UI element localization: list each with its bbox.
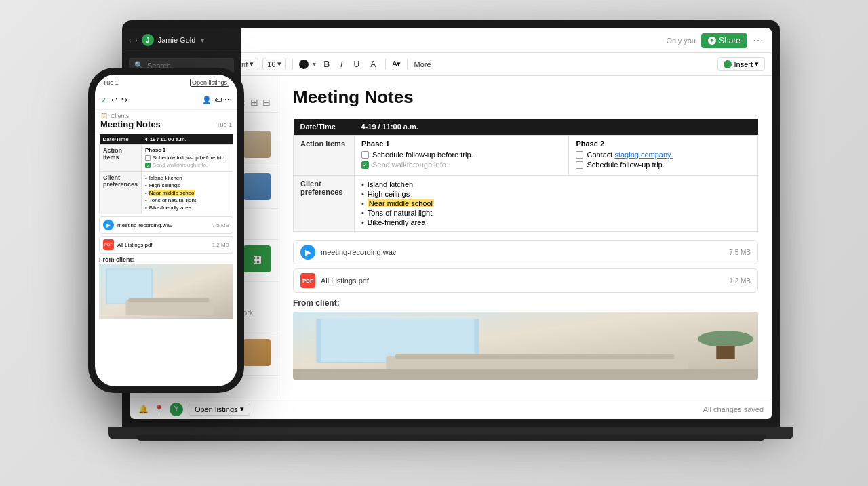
phone-pref-5: Bike-friendly area xyxy=(145,204,229,211)
phase2-header: Phase 2 xyxy=(576,140,751,148)
text-color-btn[interactable]: A▾ xyxy=(392,60,401,68)
forward-arrow[interactable]: › xyxy=(135,37,137,44)
bold-button[interactable]: B xyxy=(320,58,333,70)
phone-breadcrumb: 📋 Clients xyxy=(100,113,232,119)
phase2-item-1-text: Contact staging company. xyxy=(587,150,672,159)
note-main-title: Meeting Notes xyxy=(293,87,758,108)
insert-button[interactable]: + Insert ▾ xyxy=(717,57,765,71)
checkbox-1[interactable] xyxy=(361,151,369,159)
phone-content: Date/Time 4-19 / 11:00 a.m. Action Items… xyxy=(95,131,237,386)
font-chevron: ▾ xyxy=(250,60,254,68)
sidebar-user-name: Jamie Gold xyxy=(158,36,196,44)
user-chevron: ▾ xyxy=(201,37,204,44)
user-avatar: Y xyxy=(170,403,183,416)
phone-pref-3: Near middle school xyxy=(145,189,229,197)
phone-attachment-pdf[interactable]: PDF All Listings.pdf 1.2 MB xyxy=(99,236,233,254)
person-icon: 👤 xyxy=(202,96,212,104)
strikethrough-button[interactable]: A xyxy=(367,58,379,70)
phone-pdf-size: 1.2 MB xyxy=(212,242,229,248)
table-row-action: Action Items Phase 1 Schedule follow-up … xyxy=(294,136,758,176)
open-listings-phone[interactable]: Open listings xyxy=(190,79,229,87)
scene: 📋 🗂 Clients Only you ✦ Share ⋯ xyxy=(0,0,868,486)
note-thumbnail xyxy=(243,173,271,200)
phone-prefs-list: Island kitchen High ceilings Near middle… xyxy=(145,174,229,211)
attachment-wav[interactable]: ▶ meeting-recording.wav 7.5 MB xyxy=(293,240,758,264)
filter-icon[interactable]: ⊞ xyxy=(250,97,258,108)
phone-table: Date/Time 4-19 / 11:00 a.m. Action Items… xyxy=(99,134,233,214)
phone-note-title: Meeting Notes xyxy=(100,119,161,129)
more-dots-icon[interactable]: ⋯ xyxy=(224,96,232,104)
phone-row-prefs: Client preferences Island kitchen High c… xyxy=(100,172,233,214)
svg-rect-12 xyxy=(129,298,210,302)
insert-chevron: ▾ xyxy=(755,60,759,68)
phase1-cell: Phase 1 Schedule follow-up before trip. … xyxy=(355,136,569,176)
user-avatar-sidebar: J xyxy=(142,34,154,46)
attachment-pdf[interactable]: PDF All Listings.pdf 1.2 MB xyxy=(293,268,758,293)
phone-pref-2: High ceilings xyxy=(145,182,229,189)
phone-status-bar: Tue 1 Open listings xyxy=(95,75,237,91)
redo-icon[interactable]: ↪ xyxy=(121,96,127,104)
phone-attachment-wav[interactable]: ▶ meeting-recording.wav 7.5 MB xyxy=(99,216,233,234)
color-picker[interactable] xyxy=(299,60,309,69)
phone-wav-name: meeting-recording.wav xyxy=(117,222,172,228)
pref-item-3: Near middle school xyxy=(361,199,751,208)
laptop-base-bottom xyxy=(136,435,766,441)
phone-check-2-text: Send walkthrough info. xyxy=(153,162,208,168)
phone-pref-1: Island kitchen xyxy=(145,174,229,182)
phone-audio-icon: ▶ xyxy=(103,220,114,230)
phone-action-cell: Phase 1 Schedule follow-up before trip. … xyxy=(142,145,233,172)
phone-phase1-header: Phase 1 xyxy=(145,147,229,153)
note-table: Date/Time 4-19 / 11:00 a.m. Action Items… xyxy=(293,119,758,232)
staging-link[interactable]: staging company. xyxy=(614,150,672,159)
phone-room-svg xyxy=(99,264,233,319)
size-select[interactable]: 16 ▾ xyxy=(262,58,286,70)
divider-2 xyxy=(385,59,386,70)
phone-action-label: Action Items xyxy=(100,145,142,172)
phase1-item-1-text: Schedule follow-up before trip. xyxy=(372,150,473,159)
table-header-time: 4-19 / 11:00 a.m. xyxy=(355,119,758,136)
room-svg xyxy=(293,312,758,380)
checkbox-4[interactable] xyxy=(576,161,583,169)
phase2-item-1: Contact staging company. xyxy=(576,150,751,159)
toolbar-right: 👤 🏷 ⋯ xyxy=(202,96,232,104)
phone-checkbox-1[interactable] xyxy=(145,155,151,161)
phone-device: Tue 1 Open listings ✓ ↩ ↪ 👤 🏷 ⋯ 📋 xyxy=(88,68,244,393)
phone-checkbox-2[interactable]: ✓ xyxy=(145,163,151,168)
action-items-label: Action Items xyxy=(294,136,355,176)
phone-row-actions: Action Items Phase 1 Schedule follow-up … xyxy=(100,145,233,172)
client-room-image xyxy=(293,312,758,380)
phase1-header: Phase 1 xyxy=(361,140,561,148)
underline-button[interactable]: U xyxy=(350,58,363,70)
back-arrow[interactable]: ‹ xyxy=(129,37,131,44)
note-thumbnail: ▦ xyxy=(243,245,271,272)
pref-item-2: High ceilings xyxy=(361,189,751,199)
italic-button[interactable]: I xyxy=(337,58,346,70)
size-chevron: ▾ xyxy=(277,60,281,68)
header-right: Only you ✦ Share ⋯ xyxy=(667,33,764,48)
checkbox-2[interactable]: ✓ xyxy=(361,161,369,169)
divider-3 xyxy=(407,59,408,70)
checkbox-3[interactable] xyxy=(576,151,583,159)
more-icon[interactable]: ⋯ xyxy=(753,34,764,47)
open-listings-button[interactable]: Open listings ▾ xyxy=(189,403,250,416)
attachment-pdf-name: All Listings.pdf xyxy=(321,277,369,285)
phone-th-time: 4-19 / 11:00 a.m. xyxy=(142,134,233,145)
insert-icon: + xyxy=(724,60,732,68)
share-label: Share xyxy=(719,36,741,45)
from-client-label: From client: xyxy=(293,298,758,308)
table-row-prefs: Client preferences Island kitchen High c… xyxy=(294,176,758,232)
share-button[interactable]: ✦ Share xyxy=(701,33,747,48)
phase1-item-2: ✓ Send walkthrough info. xyxy=(361,161,561,169)
only-you-text: Only you xyxy=(667,37,696,45)
phone-check-2: ✓ Send walkthrough info. xyxy=(145,162,229,168)
attachment-wav-size: 7.5 MB xyxy=(729,249,751,256)
undo-icon[interactable]: ↩ xyxy=(111,96,117,104)
save-status: All changes saved xyxy=(703,405,764,413)
phone-check-1: Schedule follow-up before trip. xyxy=(145,155,229,161)
more-format-btn[interactable]: More xyxy=(414,60,431,68)
view-icon[interactable]: ⊟ xyxy=(262,97,271,108)
phone-th-datetime: Date/Time xyxy=(100,134,142,145)
phone-header: 📋 Clients Meeting Notes Tue 1 xyxy=(95,110,237,131)
table-header-datetime: Date/Time xyxy=(294,119,355,136)
note-thumbnail xyxy=(243,339,271,366)
